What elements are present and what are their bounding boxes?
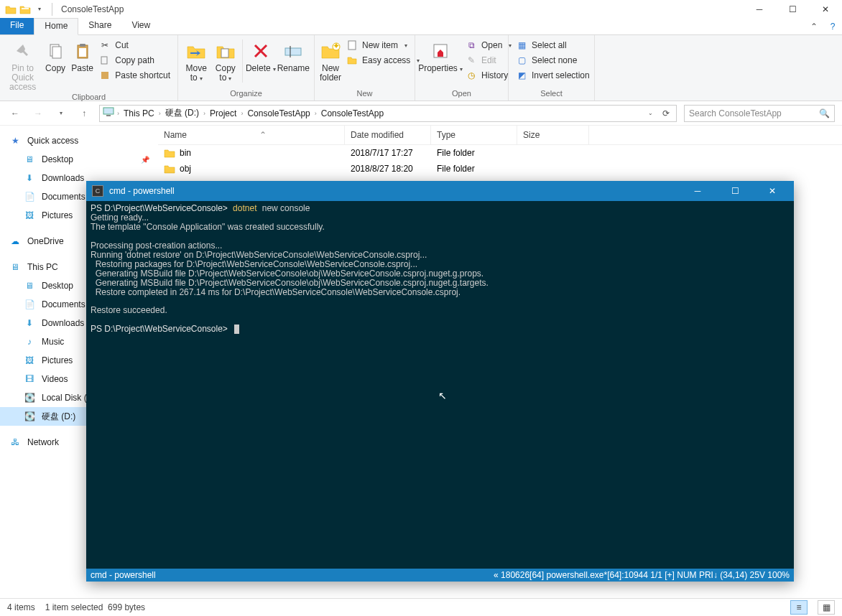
recent-dropdown[interactable]: ▾: [53, 106, 69, 121]
col-type[interactable]: Type: [431, 126, 517, 144]
move-to-button[interactable]: Move to: [182, 37, 210, 83]
search-input[interactable]: Search ConsoleTestApp 🔍: [684, 105, 835, 122]
ribbon-collapse-icon[interactable]: ⌃: [805, 18, 823, 34]
tab-file[interactable]: File: [0, 18, 34, 34]
divider: [52, 3, 52, 16]
back-button[interactable]: ←: [7, 106, 23, 121]
address-bar[interactable]: › This PC› 硬盘 (D:)› Project› ConsoleTest…: [99, 105, 677, 122]
svg-rect-15: [103, 108, 114, 114]
help-icon[interactable]: ?: [823, 18, 842, 34]
svg-rect-8: [221, 49, 228, 57]
terminal-statusbar: cmd - powershell « 180626[64] powershell…: [86, 569, 794, 582]
group-label: Organize: [182, 89, 310, 99]
terminal-titlebar[interactable]: C cmd - powershell ─ ☐ ✕: [86, 181, 794, 201]
address-row: ← → ▾ ↑ › This PC› 硬盘 (D:)› Project› Con…: [0, 101, 842, 126]
minimize-button[interactable]: ─: [743, 0, 776, 18]
refresh-icon[interactable]: ⟳: [659, 108, 673, 118]
pin-quickaccess-button[interactable]: Pin to Quick access: [4, 37, 41, 93]
terminal-body[interactable]: PS D:\Project\WebServiceConsole> dotnet …: [86, 201, 794, 569]
tab-home[interactable]: Home: [34, 18, 78, 35]
svg-rect-13: [348, 41, 356, 50]
pc-icon: [103, 107, 116, 120]
copy-button[interactable]: Copy: [42, 37, 68, 73]
nav-quick-access[interactable]: ★Quick access: [0, 131, 158, 150]
nav-desktop[interactable]: 🖥Desktop📌: [0, 150, 158, 169]
sort-icon: ⌃: [259, 130, 267, 140]
qat-dropdown-icon[interactable]: ▾: [33, 3, 46, 16]
paste-shortcut-button[interactable]: Paste shortcut: [96, 69, 173, 82]
svg-rect-16: [106, 115, 111, 116]
terminal-status-right: « 180626[64] powershell.exe*[64]:10944 1…: [494, 570, 790, 580]
easy-access-button[interactable]: Easy access: [343, 54, 422, 67]
column-headers[interactable]: Name⌃ Date modified Type Size: [158, 126, 842, 145]
group-label: Select: [513, 89, 590, 99]
view-details-button[interactable]: ≡: [790, 600, 808, 615]
pin-icon: 📌: [141, 156, 149, 164]
address-dropdown-icon[interactable]: ⌄: [643, 110, 657, 116]
search-icon: 🔍: [819, 108, 830, 118]
status-selected: 1 item selected 699 bytes: [45, 602, 145, 612]
col-size[interactable]: Size: [517, 126, 589, 144]
svg-rect-7: [101, 72, 108, 79]
svg-rect-5: [79, 48, 86, 57]
terminal-status-left: cmd - powershell: [91, 570, 156, 580]
file-row[interactable]: obj 2018/8/27 18:20 File folder: [158, 161, 842, 177]
window-titlebar: ▾ ConsoleTestApp ─ ☐ ✕: [0, 0, 842, 18]
close-button[interactable]: ✕: [809, 0, 842, 18]
view-icons-button[interactable]: ▦: [818, 600, 835, 615]
folder-open-icon: [19, 3, 32, 16]
crumb[interactable]: Project: [207, 108, 239, 118]
ribbon: Pin to Quick access Copy Paste ✂Cut Copy…: [0, 35, 842, 101]
file-row[interactable]: bin 2018/7/17 17:27 File folder: [158, 145, 842, 161]
svg-rect-2: [52, 47, 61, 58]
forward-button[interactable]: →: [30, 106, 46, 121]
crumb[interactable]: ConsoleTestApp: [244, 108, 313, 118]
svg-rect-9: [285, 48, 301, 55]
svg-rect-4: [80, 44, 85, 47]
terminal-window: C cmd - powershell ─ ☐ ✕ PS D:\Project\W…: [86, 181, 794, 582]
up-button[interactable]: ↑: [76, 106, 92, 121]
new-folder-button[interactable]: ✦New folder: [319, 37, 342, 83]
col-date[interactable]: Date modified: [345, 126, 431, 144]
folder-icon: [4, 3, 17, 16]
svg-rect-0: [22, 8, 29, 9]
history-button[interactable]: ◷History: [463, 69, 514, 82]
status-item-count: 4 items: [7, 602, 35, 612]
select-all-button[interactable]: ▦Select all: [513, 39, 593, 52]
paste-button[interactable]: Paste: [70, 37, 95, 73]
svg-rect-6: [101, 57, 107, 64]
col-name[interactable]: Name: [164, 130, 187, 140]
tab-view[interactable]: View: [121, 18, 160, 34]
group-label: Clipboard: [4, 93, 173, 103]
invert-selection-button[interactable]: ◩Invert selection: [513, 69, 593, 82]
group-label: Open: [420, 89, 504, 99]
svg-text:✦: ✦: [333, 42, 340, 51]
mouse-pointer-icon: ↖: [438, 391, 447, 401]
delete-button[interactable]: Delete: [246, 37, 276, 73]
ribbon-tabs: File Home Share View ⌃ ?: [0, 18, 842, 35]
maximize-button[interactable]: ☐: [776, 0, 809, 18]
crumb[interactable]: This PC: [121, 108, 157, 118]
copy-path-button[interactable]: Copy path: [96, 54, 173, 67]
terminal-minimize-button[interactable]: ─: [682, 181, 713, 201]
terminal-app-icon: C: [92, 185, 103, 197]
group-label: New: [319, 89, 410, 99]
cursor-icon: [234, 325, 239, 334]
properties-button[interactable]: Properties: [420, 37, 461, 73]
open-button[interactable]: ⧉Open: [463, 39, 514, 52]
crumb[interactable]: 硬盘 (D:): [162, 107, 202, 119]
rename-button[interactable]: Rename: [277, 37, 310, 73]
crumb[interactable]: ConsoleTestApp: [318, 108, 387, 118]
tab-share[interactable]: Share: [78, 18, 121, 34]
select-none-button[interactable]: ▢Select none: [513, 54, 593, 67]
terminal-close-button[interactable]: ✕: [757, 181, 788, 201]
copy-to-button[interactable]: Copy to: [212, 37, 240, 83]
new-item-button[interactable]: New item: [343, 39, 422, 52]
edit-button[interactable]: ✎Edit: [463, 54, 514, 67]
terminal-title: cmd - powershell: [109, 186, 175, 196]
status-bar: 4 items 1 item selected 699 bytes ≡ ▦: [0, 598, 842, 616]
window-title: ConsoleTestApp: [61, 4, 124, 14]
terminal-maximize-button[interactable]: ☐: [719, 181, 751, 201]
cut-button[interactable]: ✂Cut: [96, 39, 173, 52]
